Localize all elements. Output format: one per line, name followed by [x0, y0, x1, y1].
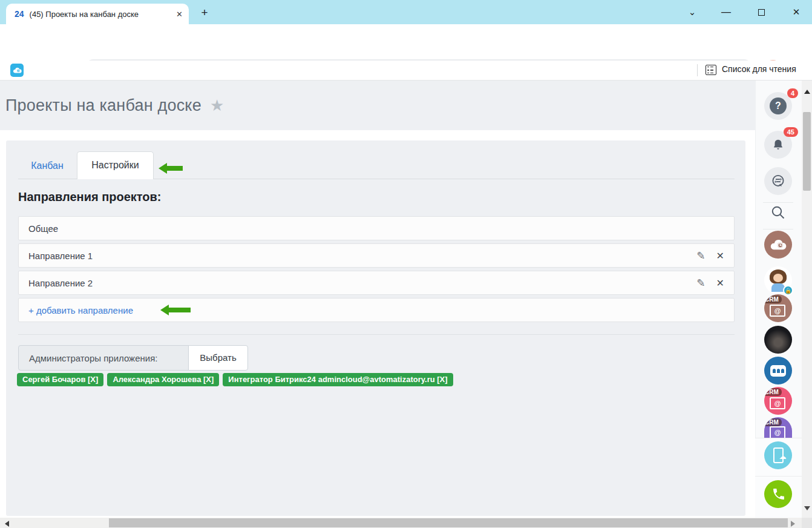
annotation-arrow-add-direction	[169, 308, 191, 312]
help-badge: 4	[787, 88, 798, 98]
direction-row: Направление 1 ✎ ✕	[18, 243, 735, 268]
admin-tags: Сергей Бочаров [X] Александра Хорошева […	[17, 373, 453, 386]
edit-pencil-icon[interactable]: ✎	[696, 277, 705, 289]
user-avatar-dark[interactable]	[764, 326, 792, 354]
window-close-button[interactable]: ✕	[783, 0, 810, 24]
window-maximize-button[interactable]	[748, 0, 774, 24]
sidebar-divider	[763, 202, 793, 203]
window-menu-chevron-icon[interactable]: ⌄	[679, 0, 706, 24]
new-tab-button[interactable]: +	[197, 5, 212, 21]
user-avatar[interactable]: 🔒	[764, 266, 792, 294]
mobile-app-button[interactable]: ☁	[764, 441, 792, 469]
browser-tab-strip: 24 (45) Проекты на канбан доске ✕ + ⌄ — …	[0, 0, 812, 24]
bookmark-app-icon[interactable]	[10, 64, 24, 77]
scrollbar-corner	[802, 518, 812, 528]
edit-pencil-icon[interactable]: ✎	[696, 249, 705, 262]
direction-label: Направление 1	[28, 251, 93, 261]
section-heading: Направления проектов:	[18, 190, 162, 204]
app-kanban-icon[interactable]	[764, 231, 792, 259]
lock-badge-icon: 🔒	[783, 285, 793, 295]
direction-label: Общее	[28, 223, 58, 234]
vertical-scrollbar-thumb[interactable]	[803, 112, 811, 191]
admins-label: Администраторы приложения:	[18, 345, 189, 371]
search-button[interactable]	[770, 204, 787, 223]
browser-tab[interactable]: 24 (45) Проекты на канбан доске ✕	[6, 4, 189, 24]
mobile-phone-icon: ☁	[773, 447, 784, 463]
tab-kanban[interactable]: Канбан	[18, 153, 76, 179]
admin-tag[interactable]: Интегратор Битрикс24 admincloud@avtomati…	[223, 373, 453, 386]
scroll-up-arrow[interactable]	[804, 87, 810, 94]
delete-x-icon[interactable]: ✕	[716, 277, 724, 289]
browser-toolbar: ← → ⟳ avtodemo.bitrix24.ru /marketplace/…	[0, 24, 812, 61]
phone-handset-icon	[771, 487, 785, 501]
bell-icon	[771, 138, 785, 151]
people-bubble-icon	[770, 365, 786, 377]
admin-tag[interactable]: Александра Хорошева [X]	[107, 373, 219, 386]
tab-close-icon[interactable]: ✕	[176, 10, 183, 19]
telephony-button[interactable]	[764, 480, 792, 508]
tab-settings[interactable]: Настройки	[77, 151, 154, 179]
direction-row: Направление 2 ✎ ✕	[18, 271, 735, 295]
bookmarks-divider	[697, 64, 698, 76]
favorite-star-icon[interactable]: ★	[210, 96, 224, 115]
tab-title: (45) Проекты на канбан доске	[30, 10, 172, 19]
notifications-button[interactable]: 45	[764, 131, 792, 159]
cloud-clock-icon	[770, 238, 787, 251]
search-icon	[770, 204, 787, 221]
add-direction-link[interactable]: + добавить направление	[28, 305, 133, 315]
sidebar-divider	[763, 229, 793, 229]
crm-app-icon-brown[interactable]: CRM @	[764, 294, 792, 322]
section-divider	[18, 334, 735, 335]
admin-tag[interactable]: Сергей Бочаров [X]	[17, 373, 103, 386]
reading-list-icon[interactable]	[706, 65, 716, 75]
delete-x-icon[interactable]: ✕	[716, 250, 724, 262]
chat-button[interactable]	[764, 167, 792, 195]
direction-label: Направление 2	[28, 278, 93, 288]
chat-people-app-icon[interactable]	[764, 357, 792, 384]
bitrix24-favicon: 24	[15, 9, 24, 19]
direction-row: Общее	[18, 216, 735, 240]
reading-list-label[interactable]: Список для чтения	[722, 64, 796, 74]
notifications-badge: 45	[784, 127, 798, 137]
help-button[interactable]: ? 4	[764, 92, 792, 120]
page-header: Проекты на канбан доске ★	[0, 81, 755, 130]
add-direction-row: + добавить направление	[18, 298, 735, 322]
select-admins-button[interactable]: Выбрать	[188, 345, 248, 371]
annotation-arrow-settings-tab	[167, 166, 183, 171]
question-icon: ?	[770, 97, 787, 114]
scroll-down-arrow[interactable]	[804, 506, 810, 513]
horizontal-scrollbar-thumb[interactable]	[109, 518, 788, 527]
page-title: Проекты на канбан доске	[5, 96, 201, 115]
scroll-right-arrow[interactable]	[791, 521, 798, 527]
crm-app-icon-pink[interactable]: CRM @	[764, 387, 792, 415]
bookmarks-bar	[0, 61, 812, 81]
maximize-icon	[758, 9, 765, 16]
window-minimize-button[interactable]: —	[713, 0, 739, 24]
scroll-left-arrow[interactable]	[2, 521, 9, 527]
chat-icon	[770, 173, 786, 189]
